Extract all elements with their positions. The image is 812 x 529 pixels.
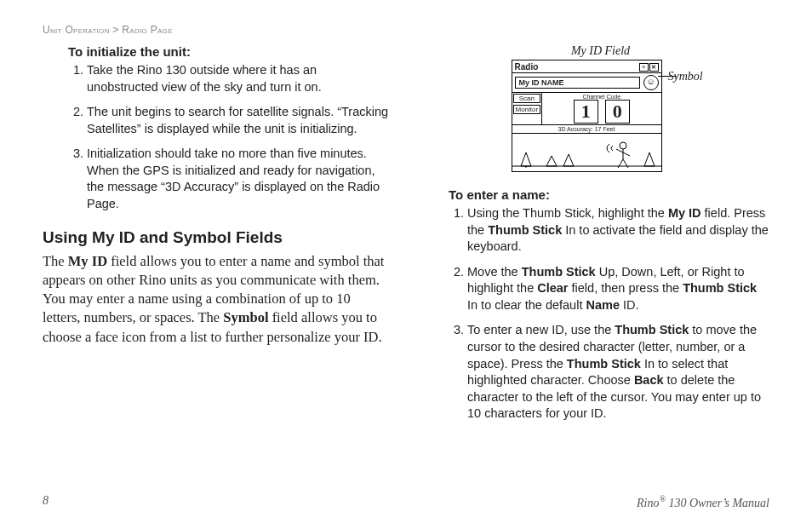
list-item: Move the Thumb Stick Up, Down, Left, or … xyxy=(467,264,769,314)
text: To enter a new ID, use the xyxy=(467,323,615,336)
enter-name-title: To enter a name: xyxy=(449,187,769,202)
scene-illustration xyxy=(512,134,661,171)
bold: My ID xyxy=(668,206,701,220)
text: In to clear the default xyxy=(467,298,586,312)
init-title: To initialize the unit: xyxy=(68,44,389,59)
svg-marker-3 xyxy=(546,156,557,166)
device-side-buttons: Scan Monitor xyxy=(512,93,543,124)
bold: Back xyxy=(634,373,664,387)
my-id-field: My ID NAME xyxy=(515,77,640,89)
init-steps: Take the Rino 130 outside where it has a… xyxy=(68,62,389,213)
device-status: 3D Accuracy: 17 Feet xyxy=(512,125,661,134)
section-heading: Using My ID and Symbol Fields xyxy=(43,228,389,247)
figure-label-symbol: Symbol xyxy=(668,70,703,83)
bold: Thumb Stick xyxy=(567,357,641,371)
text: ID. xyxy=(620,298,639,312)
monitor-button: Monitor xyxy=(513,105,541,114)
svg-point-5 xyxy=(620,142,626,149)
scan-button: Scan xyxy=(513,94,541,103)
list-item: Take the Rino 130 outside where it has a… xyxy=(87,62,389,95)
bold-my-id: My ID xyxy=(68,253,107,269)
device-title-icons: ≡✕ xyxy=(638,61,659,72)
breadcrumb-sep: > xyxy=(110,24,123,36)
close-icon: ✕ xyxy=(649,63,659,72)
enter-name-steps: Using the Thumb Stick, highlight the My … xyxy=(449,205,769,423)
code-value: 0 xyxy=(605,100,630,124)
text: The xyxy=(43,253,68,269)
svg-marker-4 xyxy=(563,154,574,166)
bold: Name xyxy=(586,298,620,312)
breadcrumb-a: Unit Operation xyxy=(43,24,110,36)
registered-icon: ® xyxy=(659,494,666,503)
symbol-face-icon: ☺ xyxy=(643,75,659,90)
bold: Thumb Stick xyxy=(522,265,596,279)
svg-line-7 xyxy=(616,149,623,152)
figure: My ID Field Radio ≡✕ My ID NAME ☺ Scan M… xyxy=(486,44,707,172)
svg-line-8 xyxy=(623,152,630,156)
brand: Rino xyxy=(637,497,659,509)
device-scene xyxy=(512,134,661,171)
device-title: Radio xyxy=(515,62,539,72)
device-screen: Radio ≡✕ My ID NAME ☺ Scan Monitor Chann… xyxy=(512,60,662,172)
page-footer: 8 Rino® 130 Owner’s Manual xyxy=(43,494,769,510)
text: Using the Thumb Stick, highlight the xyxy=(467,206,668,220)
section-paragraph: The My ID field allows you to enter a na… xyxy=(43,252,389,347)
breadcrumb-b: Radio Page xyxy=(122,24,172,36)
channel-label: Channel Code xyxy=(542,94,660,100)
svg-marker-1 xyxy=(521,152,531,166)
device-mid: Scan Monitor Channel Code 1 0 xyxy=(512,92,661,125)
list-item: Using the Thumb Stick, highlight the My … xyxy=(467,205,769,256)
manual-title: Rino® 130 Owner’s Manual xyxy=(637,494,769,510)
bold: Thumb Stick xyxy=(488,223,562,237)
bold: Thumb Stick xyxy=(683,281,757,295)
list-item: To enter a new ID, use the Thumb Stick t… xyxy=(467,322,769,422)
text: field, then press the xyxy=(569,281,683,295)
bold: Thumb Stick xyxy=(615,323,689,336)
bold: Clear xyxy=(537,281,568,295)
list-item: Initialization should take no more than … xyxy=(87,146,389,212)
device-titlebar: Radio ≡✕ xyxy=(512,60,661,73)
page-number: 8 xyxy=(43,494,49,510)
list-item: The unit begins to search for satellite … xyxy=(87,104,389,137)
breadcrumb: Unit Operation > Radio Page xyxy=(43,24,769,36)
bold-symbol: Symbol xyxy=(223,309,268,325)
right-column: My ID Field Radio ≡✕ My ID NAME ☺ Scan M… xyxy=(423,44,769,438)
menu-icon: ≡ xyxy=(639,63,649,72)
figure-label-my-id-field: My ID Field xyxy=(486,44,707,58)
model: 130 Owner’s Manual xyxy=(666,497,769,509)
text: Move the xyxy=(467,265,522,279)
device-id-row: My ID NAME ☺ xyxy=(512,73,661,92)
channel-value: 1 xyxy=(574,100,598,124)
device-channel: Channel Code 1 0 xyxy=(542,93,660,124)
left-column: To initialize the unit: Take the Rino 13… xyxy=(43,44,389,438)
svg-marker-11 xyxy=(644,152,655,166)
